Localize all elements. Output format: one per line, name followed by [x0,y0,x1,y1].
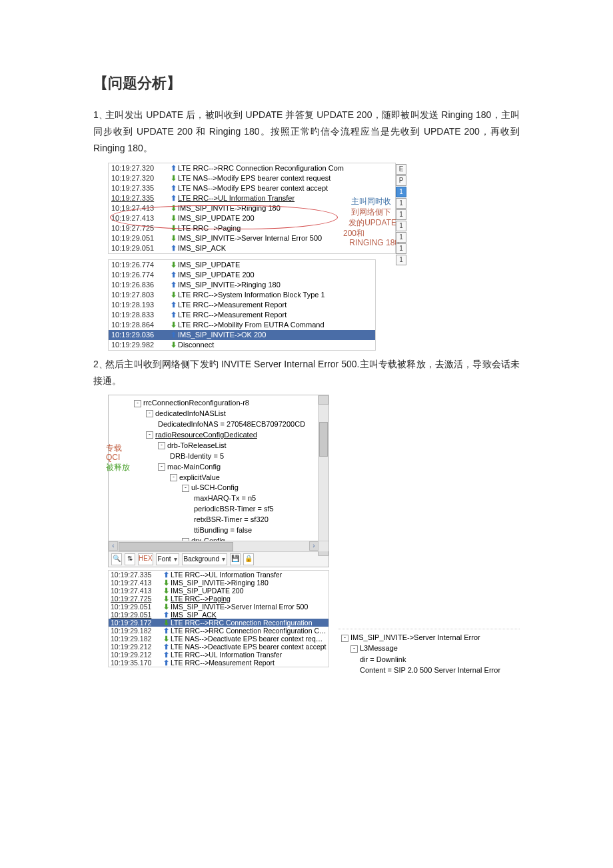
log-row[interactable]: 10:19:29.051⬆IMS_SIP_ACK [109,611,328,619]
sidebar-cell[interactable]: E [396,164,406,175]
hex-icon[interactable]: HEX [138,553,153,565]
timestamp: 10:19:28.833 [111,311,169,319]
tree-node[interactable]: -IMS_SIP_INVITE->Server Internal Error [341,632,520,643]
arrow-up-icon: ⬆ [169,281,178,289]
log-message: LTE NAS-->Deactivate EPS bearer context … [171,635,326,643]
tree-node[interactable]: periodicBSR-Timer = sf5 [194,504,328,515]
timestamp: 10:19:27.335 [111,194,169,202]
log-row[interactable]: 10:19:27.413⬇IMS_SIP_UPDATE 200 [109,587,328,595]
tree-node[interactable]: -drb-ToReleaseList [158,441,328,451]
sidebar-cell[interactable]: 1 [396,221,406,231]
log-row[interactable]: 10:19:28.193⬆LTE RRC-->Measurement Repor… [109,300,375,310]
tree-node[interactable]: maxHARQ-Tx = n5 [194,493,328,504]
arrow-up-icon: ⬆ [169,311,178,319]
search-icon[interactable]: 🔍 [111,553,122,565]
tree-node[interactable]: retxBSR-Timer = sf320 [194,515,328,525]
p2-number: 2、 [93,356,105,373]
log-row[interactable]: 10:19:26.836⬆IMS_SIP_INVITE->Ringing 180 [109,280,375,290]
log-row[interactable]: 10:19:26.774⬇IMS_SIP_UPDATE [109,260,375,270]
log-row[interactable]: 10:19:29.051⬇IMS_SIP_INVITE->Server Inte… [109,603,328,611]
arrow-up-icon: ⬆ [161,651,171,659]
arrow-down-icon: ⬇ [169,224,178,233]
timestamp: 10:19:27.320 [111,164,169,172]
tree-node[interactable]: -drx-Config [182,536,328,541]
tree-node[interactable]: DRB-Identity = 5 [170,451,328,462]
arrow-up-icon: ⬆ [161,571,171,579]
log-row[interactable]: 10:19:29.182⬆LTE RRC-->RRC Connection Re… [109,627,328,635]
timestamp: 10:19:26.774 [111,261,169,269]
tree-node[interactable]: -ul-SCH-Config [182,483,328,493]
log-message: LTE RRC-->RRC Connection Reconfiguration… [171,627,326,635]
log-row[interactable]: 10:19:28.864⬇LTE RRC-->Mobility From EUT… [109,320,375,330]
log-row[interactable]: 10:19:28.833⬆LTE RRC-->Measurement Repor… [109,310,375,320]
log-message: LTE RRC-->Measurement Report [178,301,372,309]
sidebar-cell[interactable]: 1 [396,209,406,220]
timestamp: 10:19:35.170 [111,659,161,667]
sidebar-cell[interactable]: P [396,175,406,186]
tree-node[interactable]: -rrcConnectionReconfiguration-r8 [134,398,328,409]
tree-node[interactable]: -radioResourceConfigDedicated [146,430,328,441]
arrow-down-icon: ⬇ [169,321,178,329]
timestamp: 10:19:29.182 [111,635,161,643]
log-row[interactable]: 10:19:29.036⬆IMS_SIP_INVITE->OK 200 [109,330,375,340]
sidebar-cell[interactable]: 1 [396,255,406,265]
section-heading: 【问题分析】 [93,73,520,93]
log-row[interactable]: 10:19:27.320⬆LTE RRC-->RRC Connection Re… [109,163,395,173]
arrow-down-icon: ⬇ [169,214,178,223]
log-message: IMS_SIP_INVITE->Ringing 180 [178,281,372,289]
arrow-down-icon: ⬇ [169,174,178,183]
log-row[interactable]: 10:19:35.170⬆LTE RRC-->Measurement Repor… [109,659,328,667]
tree-node[interactable]: -explicitValue [170,473,328,483]
sidebar-cell[interactable]: 1 [396,198,406,209]
tree-node[interactable]: -mac-MainConfig [158,462,328,473]
tree-body[interactable]: -rrcConnectionReconfiguration-r8 -dedica… [109,395,328,541]
timestamp: 10:19:27.320 [111,174,169,182]
tree-node[interactable]: -L3Message [350,643,520,654]
stepper-icon[interactable]: ⇅ [125,553,135,565]
log-row[interactable]: 10:19:26.774⬆IMS_SIP_UPDATE 200 [109,270,375,280]
scrollbar-horizontal[interactable]: ‹ › [109,541,328,551]
log-row[interactable]: 10:19:29.212⬆LTE NAS-->Deactivate EPS be… [109,643,328,651]
tree-node[interactable]: Content = SIP 2.0 500 Server Internal Er… [360,665,520,676]
tree-node[interactable]: ttiBundling = false [194,525,328,536]
font-dropdown[interactable]: Font▾ [156,553,179,565]
log-row[interactable]: 10:19:27.335⬆LTE NAS-->Modify EPS bearer… [109,183,395,193]
log-message: IMS_SIP_ACK [171,611,326,619]
tree-node[interactable]: dir = Downlink [360,654,520,665]
sidebar-cell[interactable]: 1 [396,243,406,254]
log-row[interactable]: 10:19:29.172⬇LTE RRC-->RRC Connection Re… [109,619,328,627]
timestamp: 10:19:27.413 [111,214,169,222]
arrow-up-icon: ⬆ [161,627,171,635]
sidebar-cell[interactable]: 1 [396,232,406,243]
save-icon[interactable]: 💾 [230,553,241,565]
arrow-down-icon: ⬇ [161,603,171,611]
annotation-line3: 发的UPDATE [348,218,396,227]
log-row[interactable]: 10:19:27.413⬇IMS_SIP_INVITE->Ringing 180 [109,579,328,587]
arrow-down-icon: ⬇ [161,595,171,603]
sidebar-cell[interactable]: 1 [396,187,406,197]
log-message: LTE RRC-->Measurement Report [178,311,372,319]
arrow-down-icon: ⬇ [169,291,178,299]
log-row[interactable]: 10:19:27.320⬇LTE NAS-->Modify EPS bearer… [109,173,395,183]
arrow-down-icon: ⬇ [161,587,171,595]
log-message: IMS_SIP_INVITE->Ringing 180 [171,579,326,587]
log-row[interactable]: 10:19:29.212⬆LTE RRC-->UL Information Tr… [109,651,328,659]
log-row[interactable]: 10:19:27.725⬇LTE RRC-->Paging [109,595,328,603]
scrollbar-vertical[interactable] [318,395,328,556]
tree-panel: 专载QCI被释放 -rrcConnectionReconfiguration-r… [108,395,329,567]
log-row[interactable]: 10:19:29.982⬇Disconnect [109,340,375,350]
arrow-down-icon: ⬇ [169,204,178,213]
tree-node[interactable]: -dedicatedInfoNASList [146,409,328,419]
arrow-up-icon: ⬆ [169,194,178,203]
log-message: LTE NAS-->Modify EPS bearer context acce… [178,184,392,192]
log-row[interactable]: 10:19:27.335⬆LTE RRC-->UL Information Tr… [109,571,328,579]
scroll-right-button[interactable]: › [309,541,318,551]
scroll-left-button[interactable]: ‹ [109,541,118,551]
log-row[interactable]: 10:19:27.803⬇LTE RRC-->System Informatio… [109,290,375,300]
log-row[interactable]: 10:19:29.182⬇LTE NAS-->Deactivate EPS be… [109,635,328,643]
background-dropdown[interactable]: Background▾ [182,553,227,565]
lock-icon[interactable]: 🔒 [243,553,254,565]
tree-node[interactable]: DedicatedInfoNAS = 270548ECB7097200CD [158,419,328,430]
tree-toolbar: 🔍 ⇅ HEX Font▾ Background▾ 💾 🔒 [109,551,328,567]
timestamp: 10:19:29.051 [111,611,161,619]
